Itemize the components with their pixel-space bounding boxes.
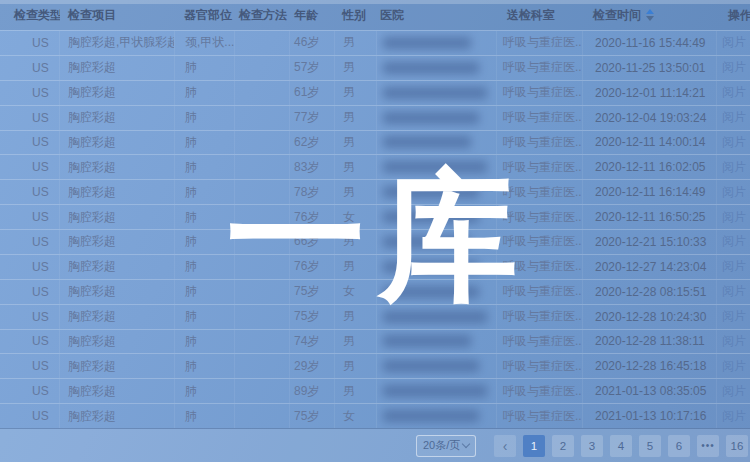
page-ellipsis[interactable]: •••: [697, 435, 719, 457]
cell-type: US: [0, 404, 60, 428]
column-header-gender: 性别: [335, 7, 377, 24]
cell-text: 2021-01-13 10:17:16: [595, 409, 706, 423]
cell-hospital: [377, 31, 497, 55]
cell-dept: 呼吸与重症医...: [497, 379, 583, 403]
view-film-link[interactable]: 阅片: [722, 109, 746, 126]
cell-text: 胸腔彩超: [68, 134, 116, 151]
table-row: US胸腔彩超肺75岁女呼吸与重症医...2020-12-28 08:15:51阅…: [0, 279, 750, 304]
cell-text: 男: [343, 59, 355, 76]
view-film-link[interactable]: 阅片: [722, 383, 746, 400]
cell-dept: 呼吸与重症医...: [497, 81, 583, 105]
column-header-time[interactable]: 检查时间: [583, 7, 717, 24]
view-film-link[interactable]: 阅片: [722, 333, 746, 350]
cell-text: 胸腔彩超: [68, 59, 116, 76]
cell-text: 呼吸与重症医...: [503, 333, 583, 350]
cell-gender: 男: [335, 230, 377, 254]
cell-text: 颈,甲状...: [185, 34, 234, 51]
table-row: US胸腔彩超肺75岁女呼吸与重症医...2021-01-13 10:17:16阅…: [0, 403, 750, 428]
cell-action: 阅片: [717, 56, 750, 80]
cell-text: 肺: [185, 308, 197, 325]
column-header-hospital: 医院: [377, 7, 497, 24]
view-film-link[interactable]: 阅片: [722, 233, 746, 250]
cell-text: 呼吸与重症医...: [503, 233, 583, 250]
view-film-link[interactable]: 阅片: [722, 283, 746, 300]
cell-text: 2020-12-28 16:45:18: [595, 359, 706, 373]
cell-text: 肺: [185, 134, 197, 151]
cell-item: 胸腔彩超: [60, 255, 175, 279]
cell-text: 74岁: [294, 333, 319, 350]
cell-type: US: [0, 354, 60, 378]
column-header-label: 医院: [380, 7, 404, 24]
cell-action: 阅片: [717, 205, 750, 229]
view-film-link[interactable]: 阅片: [722, 134, 746, 151]
cell-organ: 肺: [175, 56, 235, 80]
view-film-link[interactable]: 阅片: [722, 408, 746, 425]
redacted-hospital-text: [383, 335, 471, 347]
cell-text: 57岁: [294, 59, 319, 76]
redacted-hospital-text: [383, 385, 487, 397]
cell-time: 2020-12-27 14:23:04: [583, 255, 717, 279]
cell-text: US: [32, 260, 49, 274]
cell-time: 2020-12-04 19:03:24: [583, 106, 717, 130]
cell-text: 女: [343, 283, 355, 300]
cell-text: 肺: [185, 283, 197, 300]
cell-time: 2020-12-28 11:38:11: [583, 330, 717, 354]
view-film-link[interactable]: 阅片: [722, 84, 746, 101]
cell-text: US: [32, 86, 49, 100]
cell-method: [235, 155, 290, 179]
cell-text: 2020-12-28 10:24:30: [595, 310, 706, 324]
cell-item: 胸腔彩超: [60, 230, 175, 254]
view-film-link[interactable]: 阅片: [722, 308, 746, 325]
page-button-2[interactable]: 2: [552, 435, 574, 457]
view-film-link[interactable]: 阅片: [722, 184, 746, 201]
cell-time: 2021-01-13 08:35:05: [583, 379, 717, 403]
page-button-3[interactable]: 3: [581, 435, 603, 457]
view-film-link[interactable]: 阅片: [722, 209, 746, 226]
cell-text: 肺: [185, 184, 197, 201]
cell-organ: 肺: [175, 354, 235, 378]
cell-dept: 呼吸与重症医...: [497, 131, 583, 155]
cell-organ: 肺: [175, 379, 235, 403]
cell-text: 胸腔彩超,甲状腺彩超: [68, 34, 175, 51]
cell-text: 胸腔彩超: [68, 84, 116, 101]
cell-text: 肺: [185, 233, 197, 250]
cell-text: 61岁: [294, 84, 319, 101]
cell-text: 男: [343, 233, 355, 250]
page-button-5[interactable]: 5: [639, 435, 661, 457]
cell-organ: 肺: [175, 305, 235, 329]
page-button-6[interactable]: 6: [668, 435, 690, 457]
table-row: US胸腔彩超肺76岁女呼吸与重症医...2020-12-11 16:50:25阅…: [0, 204, 750, 229]
cell-text: 肺: [185, 159, 197, 176]
cell-hospital: [377, 230, 497, 254]
view-film-link[interactable]: 阅片: [722, 59, 746, 76]
cell-text: 2020-11-16 15:44:49: [595, 36, 706, 50]
cell-method: [235, 56, 290, 80]
cell-method: [235, 305, 290, 329]
cell-age: 75岁: [290, 305, 335, 329]
cell-action: 阅片: [717, 280, 750, 304]
view-film-link[interactable]: 阅片: [722, 159, 746, 176]
cell-dept: 呼吸与重症医...: [497, 106, 583, 130]
cell-text: 男: [343, 34, 355, 51]
cell-gender: 男: [335, 56, 377, 80]
page-button-1[interactable]: 1: [523, 435, 545, 457]
column-header-organ: 器官部位: [175, 7, 235, 24]
view-film-link[interactable]: 阅片: [722, 258, 746, 275]
view-film-link[interactable]: 阅片: [722, 358, 746, 375]
view-film-link[interactable]: 阅片: [722, 34, 746, 51]
sort-carets-icon[interactable]: [646, 9, 654, 21]
cell-type: US: [0, 305, 60, 329]
cell-text: 66岁: [294, 233, 319, 250]
table-row: US胸腔彩超肺83岁男呼吸与重症医...2020-12-11 16:02:05阅…: [0, 154, 750, 179]
prev-page-button[interactable]: ‹: [494, 435, 516, 457]
cell-type: US: [0, 280, 60, 304]
cell-item: 胸腔彩超: [60, 106, 175, 130]
table-row: US胸腔彩超,甲状腺彩超颈,甲状...46岁男呼吸与重症医...2020-11-…: [0, 30, 750, 55]
page-size-select[interactable]: 20条/页: [416, 435, 476, 457]
page-button-4[interactable]: 4: [610, 435, 632, 457]
cell-text: 呼吸与重症医...: [503, 84, 583, 101]
cell-action: 阅片: [717, 379, 750, 403]
cell-item: 胸腔彩超: [60, 280, 175, 304]
table-row: US胸腔彩超肺62岁男呼吸与重症医...2020-12-11 14:00:14阅…: [0, 130, 750, 155]
page-button-16[interactable]: 16: [726, 435, 748, 457]
